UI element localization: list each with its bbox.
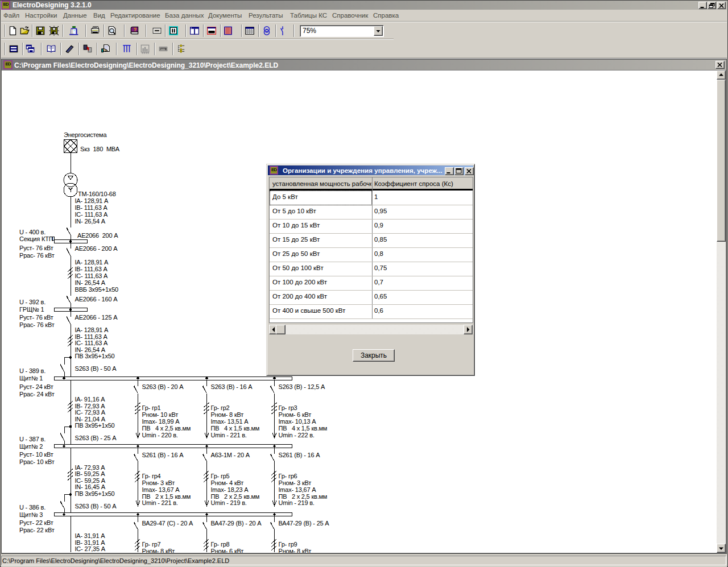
svg-text:S261 (В) - 16 А: S261 (В) - 16 А (142, 452, 184, 458)
svg-text:АЕ2066 200 А: АЕ2066 200 А (77, 232, 118, 239)
svg-text:Руст- 76 кВт: Руст- 76 кВт (19, 245, 53, 251)
svg-text:Гр- гр1: Гр- гр1 (142, 404, 161, 411)
svg-text:ГРЩ№ 1: ГРЩ№ 1 (19, 306, 44, 313)
svg-text:ПВ 2 х 1,5 кв.мм: ПВ 2 х 1,5 кв.мм (142, 493, 191, 500)
svg-text:Рном- 8 кВт: Рном- 8 кВт (279, 548, 312, 553)
svg-text:IВ- 72,93 А: IВ- 72,93 А (75, 403, 106, 409)
svg-text:Umin - 219 в.: Umin - 219 в. (279, 499, 315, 506)
svg-text:ПВ 3х95+1х50: ПВ 3х95+1х50 (75, 353, 115, 359)
svg-text:ПВ 4 х 1,5 кв.мм: ПВ 4 х 1,5 кв.мм (279, 425, 328, 432)
svg-text:Imax- 13,51 А: Imax- 13,51 А (211, 418, 249, 425)
svg-text:Umin - 221 в.: Umin - 221 в. (211, 432, 247, 438)
svg-text:S263 (В) - 20 А: S263 (В) - 20 А (142, 383, 184, 390)
svg-text:Imax- 10,13 А: Imax- 10,13 А (279, 418, 317, 425)
svg-text:Гр- гр5: Гр- гр5 (211, 473, 230, 479)
svg-text:АЕ2066 - 200 А: АЕ2066 - 200 А (75, 245, 118, 252)
svg-text:IС- 111,63 А: IС- 111,63 А (75, 340, 109, 346)
svg-text:ВА29-47 (С) - 20 А: ВА29-47 (С) - 20 А (142, 520, 193, 527)
svg-text:Umin - 222 в.: Umin - 222 в. (279, 432, 315, 438)
svg-text:IА- 91,16 А: IА- 91,16 А (75, 396, 106, 403)
svg-text:IN- 26,54 А: IN- 26,54 А (75, 346, 106, 353)
svg-text:ВА47-29 (В) - 20 А: ВА47-29 (В) - 20 А (211, 520, 262, 527)
svg-text:IN- 21,04 А: IN- 21,04 А (75, 416, 106, 423)
svg-text:Энергосистема: Энергосистема (64, 131, 107, 138)
svg-text:ПВ 4 х 1,5 кв.мм: ПВ 4 х 1,5 кв.мм (211, 425, 260, 432)
svg-text:U - 400 в.: U - 400 в. (19, 229, 46, 235)
svg-text:Umin - 221 в.: Umin - 221 в. (142, 499, 178, 506)
svg-text:ПВ 3х95+1х50: ПВ 3х95+1х50 (75, 490, 115, 497)
svg-text:Руст- 22 кВт: Руст- 22 кВт (19, 519, 53, 526)
svg-text:Imax- 13,67 А: Imax- 13,67 А (279, 486, 317, 493)
svg-text:ПВ 2 х 2,5 кв.мм: ПВ 2 х 2,5 кв.мм (211, 493, 260, 500)
svg-text:Рном- 10 кВт: Рном- 10 кВт (142, 411, 179, 418)
svg-text:Щит№ 1: Щит№ 1 (19, 375, 43, 382)
svg-text:Imax- 18,99 А: Imax- 18,99 А (142, 418, 180, 425)
svg-text:Ррас- 76 кВт: Ррас- 76 кВт (19, 321, 55, 328)
svg-text:Рном- 3 кВт: Рном- 3 кВт (279, 479, 312, 486)
svg-text:Гр- гр7: Гр- гр7 (142, 541, 161, 548)
svg-text:IВ- 111,63 А: IВ- 111,63 А (75, 204, 108, 211)
svg-text:U - 386 в.: U - 386 в. (19, 504, 46, 511)
svg-text:IС- 111,63 А: IС- 111,63 А (75, 211, 109, 218)
svg-text:IС- 111,63 А: IС- 111,63 А (75, 272, 109, 279)
svg-text:IС- 72,93 А: IС- 72,93 А (75, 409, 106, 416)
svg-text:Рном- 3 кВт: Рном- 3 кВт (142, 479, 175, 486)
svg-text:S263 (В) - 25 А: S263 (В) - 25 А (75, 434, 117, 441)
svg-text:IА- 128,91 А: IА- 128,91 А (75, 326, 109, 333)
svg-text:Imax- 18,23 А: Imax- 18,23 А (211, 486, 249, 493)
svg-text:АЕ2066 - 160 А: АЕ2066 - 160 А (75, 296, 118, 303)
svg-text:IN- 26,54 А: IN- 26,54 А (75, 218, 106, 225)
svg-text:Ррас- 22 кВт: Ррас- 22 кВт (19, 527, 55, 533)
svg-text:АЕ2066 - 125 А: АЕ2066 - 125 А (75, 314, 118, 321)
svg-text:IА- 31,91 А: IА- 31,91 А (75, 532, 106, 539)
svg-text:Руст- 76 кВт: Руст- 76 кВт (19, 314, 53, 321)
svg-text:U - 387 в.: U - 387 в. (19, 436, 46, 442)
svg-text:IВ- 111,63 А: IВ- 111,63 А (75, 266, 108, 272)
svg-text:IА- 128,91 А: IА- 128,91 А (75, 259, 109, 266)
svg-text:ВА47-29 (В) - 25 А: ВА47-29 (В) - 25 А (279, 520, 330, 527)
svg-text:Гр- гр4: Гр- гр4 (142, 473, 161, 479)
svg-text:Рном- 8 кВт: Рном- 8 кВт (142, 548, 175, 553)
svg-text:IN- 16,45 А: IN- 16,45 А (75, 483, 106, 490)
svg-text:Руст- 24 кВт: Руст- 24 кВт (19, 383, 53, 390)
svg-text:Ррас- 10 кВт: Ррас- 10 кВт (19, 458, 55, 465)
svg-text:Imax- 13,67 А: Imax- 13,67 А (142, 486, 180, 493)
svg-text:Гр- гр2: Гр- гр2 (211, 404, 230, 411)
svg-text:Umin - 220 в.: Umin - 220 в. (142, 432, 178, 438)
svg-text:Рном- 6 кВт: Рном- 6 кВт (279, 411, 312, 418)
svg-text:Секция КТП: Секция КТП (19, 235, 53, 242)
svg-text:Гр- гр6: Гр- гр6 (279, 473, 297, 479)
svg-text:ПВ 3х95+1х50: ПВ 3х95+1х50 (75, 422, 115, 429)
svg-text:Гр- гр9: Гр- гр9 (279, 541, 297, 548)
svg-text:Гр- гр3: Гр- гр3 (279, 404, 297, 411)
svg-text:Щит№ 2: Щит№ 2 (19, 443, 43, 450)
svg-text:ТМ-160/10-68: ТМ-160/10-68 (78, 191, 116, 197)
svg-text:Umin - 219 в.: Umin - 219 в. (211, 499, 247, 506)
svg-text:Ррас- 24 кВт: Ррас- 24 кВт (19, 391, 55, 398)
svg-text:S261 (В) - 16 А: S261 (В) - 16 А (279, 452, 321, 458)
svg-text:U - 392 в.: U - 392 в. (19, 299, 46, 305)
svg-text:Руст- 10 кВт: Руст- 10 кВт (19, 451, 53, 458)
svg-text:А63-1М - 20 А: А63-1М - 20 А (211, 452, 250, 458)
svg-text:IА- 128,91 А: IА- 128,91 А (75, 197, 109, 204)
svg-text:ПВ 2 х 2,5 кв.мм: ПВ 2 х 2,5 кв.мм (279, 493, 328, 500)
svg-text:S263 (В) - 50 А: S263 (В) - 50 А (75, 503, 117, 510)
svg-text:ВВБ 3х95+1х50: ВВБ 3х95+1х50 (75, 286, 119, 293)
svg-text:S263 (В) - 50 А: S263 (В) - 50 А (75, 365, 117, 372)
svg-text:Sкз 180 МВА: Sкз 180 МВА (80, 146, 120, 152)
svg-text:ПВ 4 х 2,5 кв.мм: ПВ 4 х 2,5 кв.мм (142, 425, 191, 432)
svg-text:IВ- 59,25 А: IВ- 59,25 А (75, 470, 106, 477)
svg-text:IС- 27,35 А: IС- 27,35 А (75, 545, 106, 552)
svg-text:IА- 72,93 А: IА- 72,93 А (75, 464, 106, 471)
svg-text:S263 (В) - 12,5 А: S263 (В) - 12,5 А (279, 383, 325, 390)
svg-text:U - 389 в.: U - 389 в. (19, 367, 46, 374)
svg-text:Рном- 8 кВт: Рном- 8 кВт (211, 411, 244, 418)
svg-text:IВ- 111,63 А: IВ- 111,63 А (75, 333, 108, 340)
svg-text:Рном- 6 кВт: Рном- 6 кВт (211, 548, 244, 553)
svg-text:IN- 26,54 А: IN- 26,54 А (75, 279, 106, 286)
svg-text:Гр- гр8: Гр- гр8 (211, 541, 230, 548)
svg-text:?: ? (134, 27, 137, 32)
svg-text:Ррас- 76 кВт: Ррас- 76 кВт (19, 252, 55, 259)
svg-text:Рном- 4 кВт: Рном- 4 кВт (211, 479, 244, 486)
svg-text:Щит№ 3: Щит№ 3 (19, 511, 43, 518)
